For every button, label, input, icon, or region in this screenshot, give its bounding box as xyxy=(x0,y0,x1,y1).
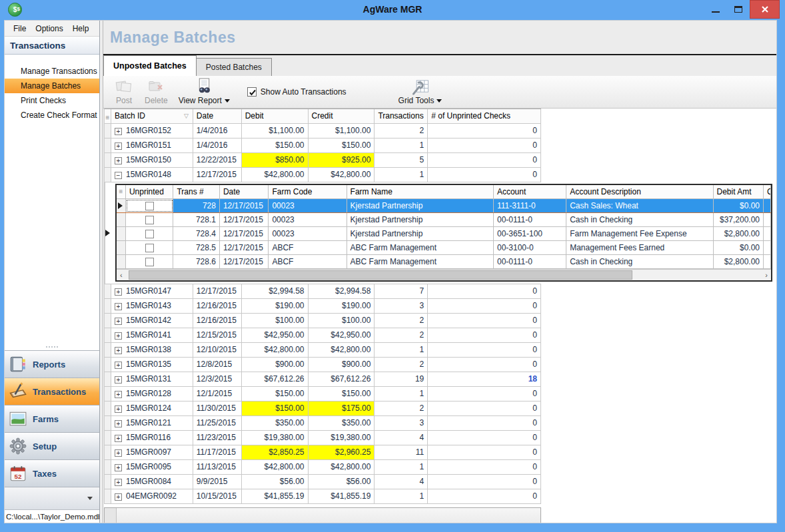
nav-button-setup[interactable]: Setup xyxy=(5,432,99,459)
nav-button-reports[interactable]: Reports xyxy=(5,350,99,378)
detail-horizontal-scrollbar[interactable]: ‹› xyxy=(117,269,771,280)
nav-overflow-area[interactable] xyxy=(5,487,99,509)
detail-column-header-debit-amt[interactable]: Debit Amt xyxy=(714,185,764,198)
nav-button-farms[interactable]: Farms xyxy=(5,405,99,432)
column-header-batch-id[interactable]: Batch ID▽ xyxy=(111,109,193,123)
unprinted-checkbox-cell[interactable] xyxy=(126,227,173,240)
sidebar-item-manage-transactions[interactable]: Manage Transactions xyxy=(5,64,99,79)
nav-button-taxes[interactable]: 52 Taxes xyxy=(5,459,99,487)
batch-row[interactable]: +15MGR012812/1/2015$150.00$150.0010 xyxy=(105,387,541,401)
batch-row[interactable]: +15MGR012111/25/2015$350.00$350.0030 xyxy=(105,416,541,431)
menu-help[interactable]: Help xyxy=(69,23,95,35)
transaction-row[interactable]: 728.512/17/2015ABCFABC Farm Management00… xyxy=(117,241,771,255)
post-button[interactable]: Post xyxy=(109,76,139,108)
checkbox-unchecked-icon[interactable] xyxy=(145,244,154,252)
batch-row[interactable]: +15MGR014712/17/2015$2,994.58$2,994.5870 xyxy=(105,284,541,299)
batch-row[interactable]: +15MGR013512/8/2015$900.00$900.0020 xyxy=(105,358,541,372)
batch-row[interactable]: +15MGR014212/16/2015$100.00$100.0020 xyxy=(105,314,541,328)
transaction-row[interactable]: 728.112/17/201500023Kjerstad Partnership… xyxy=(117,213,771,227)
tab-unposted-batches[interactable]: Unposted Batches xyxy=(103,55,197,76)
expand-icon[interactable]: + xyxy=(115,362,122,369)
batch-row[interactable]: −15MGR014812/17/2015$42,800.00$42,800.00… xyxy=(105,168,541,182)
checkbox-unchecked-icon[interactable] xyxy=(145,202,154,210)
expand-icon[interactable]: + xyxy=(115,332,122,340)
detail-column-header-account[interactable]: Account xyxy=(494,185,566,198)
nav-button-transactions[interactable]: Transactions xyxy=(5,378,99,405)
column-header-credit[interactable]: Credit xyxy=(309,109,375,123)
expand-icon[interactable]: + xyxy=(115,318,122,325)
unprinted-checkbox-cell[interactable] xyxy=(126,241,173,254)
batch-row[interactable]: +15MGR012411/30/2015$150.00$175.0020 xyxy=(105,401,541,416)
expand-icon[interactable]: + xyxy=(115,142,122,150)
detail-column-header-date[interactable]: Date xyxy=(220,185,269,198)
scroll-right-icon[interactable]: › xyxy=(765,271,768,279)
column-header--of-unprinted-checks[interactable]: # of Unprinted Checks xyxy=(428,109,541,123)
nav-grip-handle[interactable] xyxy=(5,344,99,350)
close-button[interactable] xyxy=(750,0,780,19)
batch-row[interactable]: +15MGR00849/9/2015$56.00$56.0040 xyxy=(105,475,541,489)
maximize-button[interactable] xyxy=(727,0,750,19)
expand-icon[interactable]: + xyxy=(115,347,122,354)
batch-row[interactable]: +15MGR015012/22/2015$850.00$925.0050 xyxy=(105,153,541,168)
column-header-transactions[interactable]: Transactions xyxy=(375,109,428,123)
menu-file[interactable]: File xyxy=(9,23,31,35)
sidebar-item-manage-batches[interactable]: Manage Batches xyxy=(5,79,99,93)
detail-selector-header[interactable]: ≡ xyxy=(117,185,126,198)
grid-tools-button[interactable]: Grid Tools xyxy=(393,76,448,108)
view-report-button[interactable]: View Report xyxy=(173,76,235,108)
batch-row[interactable]: +15MGR013812/10/2015$42,800.00$42,800.00… xyxy=(105,343,541,358)
batch-row[interactable]: +15MGR009511/13/2015$42,800.00$42,800.00… xyxy=(105,460,541,475)
grid-selector-header[interactable]: ≡ xyxy=(105,109,111,123)
detail-column-header-unprinted[interactable]: Unprinted xyxy=(126,185,174,198)
batch-row[interactable]: +04EMGR009210/15/2015$41,855.19$41,855.1… xyxy=(105,489,541,504)
checkbox-unchecked-icon[interactable] xyxy=(145,230,154,238)
transaction-row[interactable]: 728.612/17/2015ABCFABC Farm Management00… xyxy=(117,255,771,269)
tab-posted-batches[interactable]: Posted Batches xyxy=(197,58,272,76)
unprinted-checkbox-cell[interactable] xyxy=(126,213,173,226)
batch-row[interactable]: +15MGR009711/17/2015$2,850.25$2,960.2511… xyxy=(105,445,541,460)
detail-column-header-farm-name[interactable]: Farm Name xyxy=(347,185,494,198)
scroll-left-icon[interactable]: ‹ xyxy=(120,271,123,279)
collapse-icon[interactable]: − xyxy=(115,172,122,179)
expand-icon[interactable]: + xyxy=(115,376,122,384)
delete-button[interactable]: Delete xyxy=(139,76,173,108)
expand-icon[interactable]: + xyxy=(115,391,122,398)
chevron-down-icon[interactable] xyxy=(87,497,93,500)
expand-icon[interactable]: + xyxy=(115,420,122,427)
batch-row[interactable]: +15MGR014112/15/2015$42,950.00$42,950.00… xyxy=(105,328,541,343)
checkbox-unchecked-icon[interactable] xyxy=(145,216,154,224)
checkbox-checked-icon[interactable] xyxy=(247,87,257,97)
expand-icon[interactable]: + xyxy=(115,157,122,164)
batch-row[interactable]: +16MGR01511/4/2016$150.00$150.0010 xyxy=(105,138,541,153)
expand-icon[interactable]: + xyxy=(115,435,122,442)
expand-icon[interactable]: + xyxy=(115,128,122,135)
detail-column-header-trans-[interactable]: Trans # xyxy=(173,185,220,198)
menu-options[interactable]: Options xyxy=(31,23,68,35)
scrollbar-thumb[interactable] xyxy=(129,270,632,280)
batch-row[interactable]: +16MGR01521/4/2016$1,100.00$1,100.0020 xyxy=(105,124,541,138)
minimize-button[interactable] xyxy=(704,0,727,19)
batch-row[interactable]: +15MGR011611/23/2015$19,380.00$19,380.00… xyxy=(105,431,541,445)
sidebar-item-create-check-format[interactable]: Create Check Format xyxy=(5,108,99,123)
expand-icon[interactable]: + xyxy=(115,405,122,413)
sidebar-item-print-checks[interactable]: Print Checks xyxy=(5,93,99,108)
transaction-row[interactable]: 72812/17/201500023Kjerstad Partnership11… xyxy=(117,199,771,213)
grid-bottom-scrollbar[interactable] xyxy=(104,507,541,523)
checkbox-unchecked-icon[interactable] xyxy=(145,258,154,266)
batch-row[interactable]: +15MGR014312/16/2015$190.00$190.0030 xyxy=(105,299,541,314)
expand-icon[interactable]: + xyxy=(115,479,122,486)
unprinted-checkbox-cell[interactable] xyxy=(126,255,173,268)
detail-column-header-account-description[interactable]: Account Description xyxy=(566,185,713,198)
column-header-date[interactable]: Date xyxy=(193,109,242,123)
expand-icon[interactable]: + xyxy=(115,288,122,296)
column-header-debit[interactable]: Debit xyxy=(242,109,309,123)
detail-column-header-farm-code[interactable]: Farm Code xyxy=(269,185,347,198)
expand-icon[interactable]: + xyxy=(115,464,122,471)
expand-icon[interactable]: + xyxy=(115,493,122,501)
transaction-row[interactable]: 728.412/17/201500023Kjerstad Partnership… xyxy=(117,227,771,241)
expand-icon[interactable]: + xyxy=(115,303,122,310)
unprinted-checkbox-cell[interactable] xyxy=(126,199,173,212)
expand-icon[interactable]: + xyxy=(115,449,122,457)
show-auto-transactions-toggle[interactable]: Show Auto Transactions xyxy=(235,76,356,108)
batch-row[interactable]: +15MGR013112/3/2015$67,612.26$67,612.261… xyxy=(105,372,541,387)
